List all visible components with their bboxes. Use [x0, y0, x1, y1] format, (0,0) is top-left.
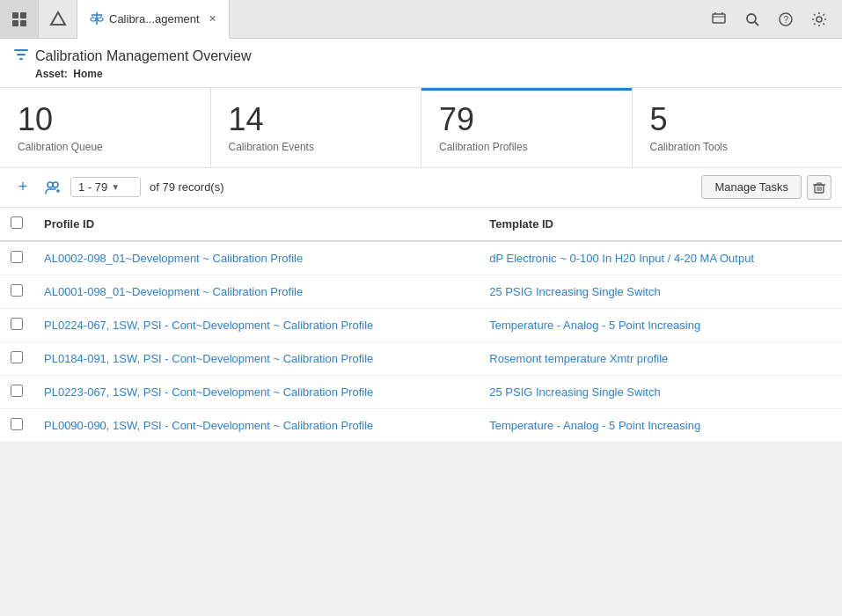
tab-dashboard[interactable] [0, 0, 39, 38]
search-button[interactable] [736, 4, 768, 35]
hierarchy-icon [49, 11, 67, 28]
row-checkbox-cell [0, 375, 33, 408]
row-checkbox[interactable] [11, 284, 23, 297]
dashboard-icon [11, 11, 28, 28]
filter-profiles-button[interactable] [40, 175, 65, 200]
svg-point-15 [747, 14, 756, 23]
notifications-button[interactable] [703, 4, 735, 35]
svg-text:?: ? [784, 15, 789, 25]
manage-tasks-button[interactable]: Manage Tasks [701, 175, 802, 199]
cards-row: 10 Calibration Queue 14 Calibration Even… [0, 88, 842, 168]
profile-id-link[interactable]: PL0223-067, 1SW, PSI - Cont~Development … [44, 385, 373, 399]
card-profiles-label: Calibration Profiles [439, 141, 614, 153]
chevron-down-icon: ▼ [111, 182, 120, 192]
row-checkbox[interactable] [11, 318, 23, 330]
svg-point-21 [53, 182, 58, 187]
table-row: PL0223-067, 1SW, PSI - Cont~Development … [0, 375, 842, 408]
table-row: PL0184-091, 1SW, PSI - Cont~Development … [0, 341, 842, 375]
row-checkbox-cell [0, 308, 33, 341]
profile-id-link[interactable]: AL0001-098_01~Development ~ Calibration … [44, 285, 303, 298]
add-button[interactable]: + [11, 175, 35, 200]
balance-icon [90, 11, 104, 26]
template-id-header: Template ID [479, 208, 842, 241]
toolbar: + 1 - 79 ▼ of 79 record(s) Manage Tasks [0, 168, 842, 208]
template-id-link[interactable]: 25 PSIG Increasing Single Switch [489, 385, 660, 399]
template-id-link[interactable]: 25 PSIG Increasing Single Switch [489, 285, 660, 298]
page-header: Calibration Management Overview Asset: H… [0, 39, 842, 88]
svg-marker-4 [51, 12, 65, 25]
row-checkbox[interactable] [11, 418, 23, 430]
card-tools-number: 5 [650, 102, 825, 137]
row-checkbox-cell [0, 341, 33, 375]
template-id-link[interactable]: Temperature - Analog - 5 Point Increasin… [489, 419, 700, 432]
table-container: Profile ID Template ID AL0002-098_01~Dev… [0, 208, 842, 443]
profile-id-link[interactable]: PL0224-067, 1SW, PSI - Cont~Development … [44, 319, 373, 332]
svg-rect-1 [20, 12, 26, 18]
card-tools[interactable]: 5 Calibration Tools [633, 88, 843, 167]
row-checkbox[interactable] [11, 251, 23, 263]
profile-id-link[interactable]: PL0090-090, 1SW, PSI - Cont~Development … [44, 419, 373, 432]
people-filter-icon [45, 180, 61, 195]
card-queue-number: 10 [18, 102, 193, 137]
profiles-table: Profile ID Template ID AL0002-098_01~Dev… [0, 208, 842, 443]
add-icon: + [18, 178, 28, 196]
profile-id-link[interactable]: PL0184-091, 1SW, PSI - Cont~Development … [44, 352, 373, 365]
template-id-link[interactable]: dP Electronic ~ 0-100 In H20 Input / 4-2… [489, 252, 754, 265]
row-checkbox-cell [0, 275, 33, 308]
asset-row: Asset: Home [35, 68, 828, 80]
record-count: of 79 record(s) [150, 180, 224, 194]
profile-id-cell: PL0090-090, 1SW, PSI - Cont~Development … [33, 408, 479, 442]
notifications-icon [711, 11, 727, 27]
page-title: Calibration Management Overview [35, 48, 251, 64]
profile-id-cell: AL0002-098_01~Development ~ Calibration … [33, 241, 479, 275]
template-id-cell: Temperature - Analog - 5 Point Increasin… [479, 308, 842, 341]
filter-icon [14, 48, 28, 64]
asset-label: Asset: [35, 68, 68, 80]
settings-button[interactable] [803, 4, 835, 35]
card-profiles-number: 79 [439, 102, 614, 137]
tab-hierarchy[interactable] [39, 0, 77, 38]
table-header-row: Profile ID Template ID [0, 208, 842, 241]
svg-point-19 [816, 17, 822, 22]
svg-line-16 [755, 22, 758, 26]
page-range-select[interactable]: 1 - 79 ▼ [70, 177, 141, 197]
row-checkbox-cell [0, 408, 33, 442]
profile-id-cell: PL0224-067, 1SW, PSI - Cont~Development … [33, 308, 479, 341]
template-id-link[interactable]: Rosemont temperature Xmtr profile [489, 352, 668, 365]
card-events[interactable]: 14 Calibration Events [211, 88, 422, 167]
card-profiles[interactable]: 79 Calibration Profiles [421, 88, 633, 167]
svg-rect-11 [713, 14, 725, 23]
help-icon: ? [778, 11, 794, 27]
template-id-link[interactable]: Temperature - Analog - 5 Point Increasin… [489, 319, 700, 332]
template-id-cell: Rosemont temperature Xmtr profile [479, 341, 842, 375]
svg-rect-3 [20, 20, 26, 26]
delete-button[interactable] [807, 175, 831, 200]
asset-value: Home [73, 68, 102, 80]
table-row: PL0224-067, 1SW, PSI - Cont~Development … [0, 308, 842, 341]
template-id-cell: 25 PSIG Increasing Single Switch [479, 375, 842, 408]
page-range-value: 1 - 79 [78, 180, 107, 194]
profile-id-cell: AL0001-098_01~Development ~ Calibration … [33, 275, 479, 308]
top-right-icons: ? [696, 0, 842, 38]
help-button[interactable]: ? [770, 4, 802, 35]
table-body: AL0002-098_01~Development ~ Calibration … [0, 241, 842, 443]
select-all-checkbox[interactable] [11, 216, 23, 229]
tab-calibration[interactable]: Calibra...agement ✕ [77, 0, 230, 39]
template-id-cell: 25 PSIG Increasing Single Switch [479, 275, 842, 308]
card-events-number: 14 [229, 102, 404, 137]
row-checkbox[interactable] [11, 385, 23, 397]
tab-bar: Calibra...agement ✕ ? [0, 0, 842, 39]
card-queue[interactable]: 10 Calibration Queue [0, 88, 211, 167]
svg-point-8 [98, 18, 103, 21]
profile-id-cell: PL0184-091, 1SW, PSI - Cont~Development … [33, 341, 479, 375]
table-row: AL0002-098_01~Development ~ Calibration … [0, 241, 842, 275]
select-all-header[interactable] [0, 208, 33, 241]
profile-id-link[interactable]: AL0002-098_01~Development ~ Calibration … [44, 252, 303, 265]
svg-point-20 [48, 182, 53, 187]
search-icon [744, 11, 760, 27]
svg-point-7 [91, 18, 96, 21]
tab-close-button[interactable]: ✕ [209, 13, 216, 25]
gear-icon [811, 11, 827, 27]
row-checkbox[interactable] [11, 351, 23, 363]
profile-id-header: Profile ID [33, 208, 479, 241]
